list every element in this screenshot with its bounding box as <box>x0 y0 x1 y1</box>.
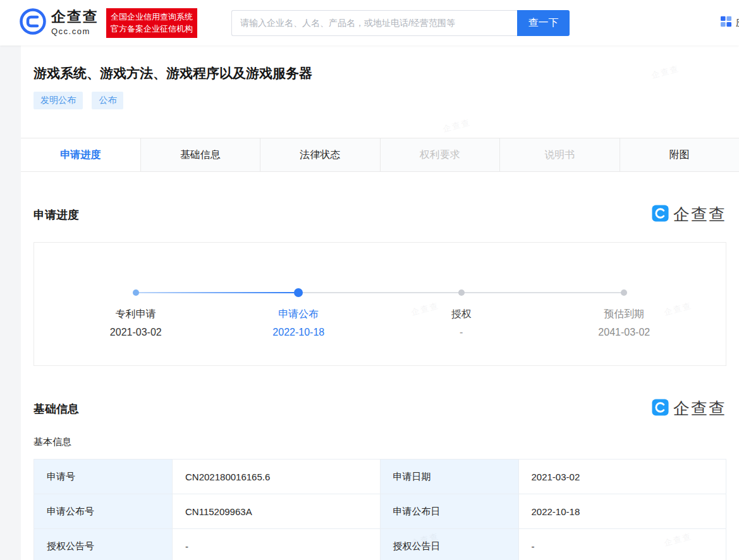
progress-section-header: 申请进度 企查查 <box>34 204 726 226</box>
timeline-nodes: 专利申请 2021-03-02 申请公布 2022-10-18 授权 - 预估到… <box>34 243 726 338</box>
cell-value-application-number: CN202180016165.6 <box>173 460 381 494</box>
cell-label-publication-number: 申请公布号 <box>34 494 173 529</box>
timeline-node-patent-application: 专利申请 2021-03-02 <box>54 288 217 338</box>
tag-publication: 公布 <box>92 92 123 109</box>
cell-label-application-number: 申请号 <box>34 460 173 494</box>
table-row: 申请公布号 CN115209963A 申请公布日 2022-10-18 <box>34 494 726 529</box>
credential-badge-line2: 官方备案企业征信机构 <box>111 23 193 35</box>
qcc-brand-text: 企查查 <box>673 398 726 420</box>
credential-badge: 全国企业信用查询系统 官方备案企业征信机构 <box>106 8 197 38</box>
timeline-date: - <box>380 327 543 338</box>
cell-label-grant-date: 授权公告日 <box>380 529 518 560</box>
tag-invention-publication: 发明公布 <box>34 92 83 109</box>
qcc-logo[interactable]: 企查查 Qcc.com <box>19 8 99 38</box>
basic-section-header: 基础信息 企查查 <box>34 398 726 420</box>
tab-basic-info[interactable]: 基础信息 <box>141 138 261 171</box>
page: 企查查 Qcc.com 全国企业信用查询系统 官方备案企业征信机构 查一下 应 <box>0 0 739 560</box>
cell-value-grant-number: - <box>173 529 381 560</box>
cell-label-application-date: 申请日期 <box>380 460 518 494</box>
qcc-brand-icon <box>652 205 669 224</box>
timeline-dot-pending <box>458 289 465 296</box>
table-row: 授权公告号 - 授权公告日 - <box>34 529 726 560</box>
qcc-section-brand: 企查查 <box>652 204 726 226</box>
qcc-section-brand: 企查查 <box>652 398 726 420</box>
timeline-label: 申请公布 <box>217 308 381 321</box>
tab-bar: 申请进度 基础信息 法律状态 权利要求 说明书 附图 <box>21 138 739 172</box>
qcc-brand-icon <box>652 399 669 418</box>
timeline-label: 预估到期 <box>543 308 706 321</box>
timeline-node-publication: 申请公布 2022-10-18 <box>217 288 381 338</box>
timeline-label: 专利申请 <box>54 308 217 321</box>
search-button[interactable]: 查一下 <box>517 10 570 36</box>
apps-grid-icon[interactable] <box>721 16 731 30</box>
tab-figures[interactable]: 附图 <box>620 138 739 171</box>
header: 企查查 Qcc.com 全国企业信用查询系统 官方备案企业征信机构 查一下 应 <box>0 0 739 46</box>
search-bar: 查一下 <box>231 10 570 36</box>
cell-label-publication-date: 申请公布日 <box>380 494 518 529</box>
timeline-dot-future <box>621 289 627 296</box>
basic-info-table: 申请号 CN202180016165.6 申请日期 2021-03-02 申请公… <box>34 459 726 560</box>
timeline-date: 2021-03-02 <box>54 327 217 338</box>
timeline-label: 授权 <box>380 308 543 321</box>
timeline-date: 2041-03-02 <box>543 327 706 338</box>
tab-claims: 权利要求 <box>381 138 501 171</box>
qcc-brand-text: 企查查 <box>673 204 726 226</box>
cell-value-publication-date: 2022-10-18 <box>518 494 726 529</box>
search-input[interactable] <box>231 10 517 36</box>
timeline-dot-done <box>133 289 139 296</box>
tab-description: 说明书 <box>500 138 620 171</box>
credential-badge-line1: 全国企业信用查询系统 <box>111 11 193 23</box>
patent-title: 游戏系统、游戏方法、游戏程序以及游戏服务器 <box>34 64 739 82</box>
timeline-dot-current <box>294 288 303 297</box>
timeline-date: 2022-10-18 <box>217 327 381 338</box>
timeline-node-estimated-expiry: 预估到期 2041-03-02 <box>543 288 706 338</box>
basic-section-title: 基础信息 <box>34 401 79 417</box>
timeline-node-authorization: 授权 - <box>380 288 543 338</box>
patent-tags: 发明公布 公布 <box>34 92 739 109</box>
qcc-logo-icon <box>19 8 47 38</box>
cell-value-application-date: 2021-03-02 <box>518 460 726 494</box>
basic-info-subheading: 基本信息 <box>34 436 739 448</box>
cell-value-publication-number: CN115209963A <box>173 494 381 529</box>
cell-label-grant-number: 授权公告号 <box>34 529 173 560</box>
tab-application-progress[interactable]: 申请进度 <box>21 138 141 171</box>
table-row: 申请号 CN202180016165.6 申请日期 2021-03-02 <box>34 460 726 494</box>
brand-text: 企查查 <box>51 9 99 24</box>
tab-legal-status[interactable]: 法律状态 <box>260 138 381 171</box>
brand-subtext: Qcc.com <box>51 27 99 36</box>
header-right: 应 <box>721 16 739 30</box>
cell-value-grant-date: - <box>518 529 726 560</box>
progress-section-title: 申请进度 <box>34 207 79 222</box>
header-right-clipped-text[interactable]: 应 <box>736 17 739 29</box>
main-content: 游戏系统、游戏方法、游戏程序以及游戏服务器 发明公布 公布 申请进度 基础信息 … <box>21 46 739 560</box>
timeline-card: 专利申请 2021-03-02 申请公布 2022-10-18 授权 - 预估到… <box>34 242 726 366</box>
